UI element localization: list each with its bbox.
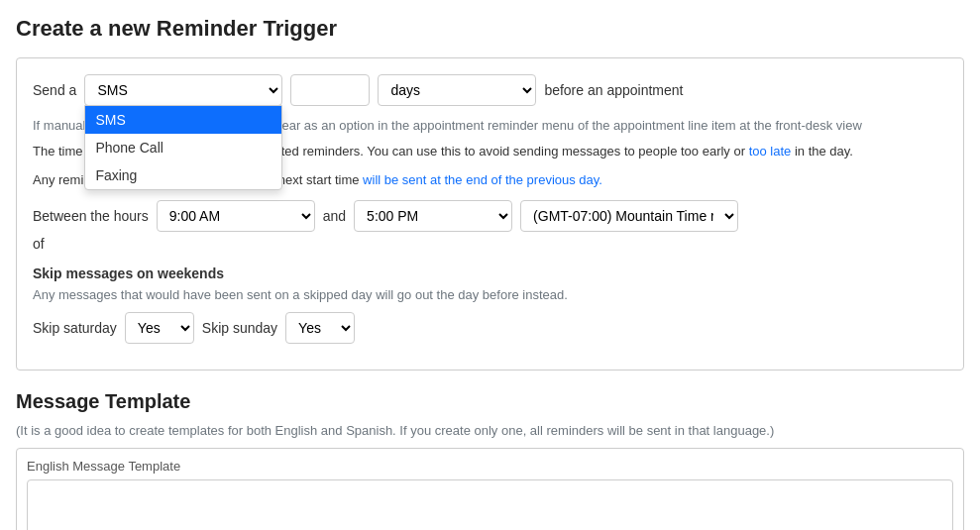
- message-template-section: Message Template (It is a good idea to c…: [16, 390, 964, 530]
- english-template-textarea[interactable]: [27, 479, 953, 530]
- template-note: (It is a good idea to create templates f…: [16, 423, 964, 438]
- sms-option-phonecall[interactable]: Phone Call: [85, 134, 281, 161]
- trigger-section: Send a SMS Phone Call Faxing SMS Phone C…: [16, 57, 964, 371]
- send-row: Send a SMS Phone Call Faxing SMS Phone C…: [33, 74, 947, 106]
- between-label: Between the hours: [33, 208, 149, 224]
- page-title: Create a new Reminder Trigger: [16, 16, 964, 42]
- skip-saturday-select[interactable]: Yes No: [125, 312, 194, 344]
- of-label: of: [33, 236, 947, 252]
- and-label: and: [323, 208, 346, 224]
- days-input[interactable]: [290, 74, 370, 106]
- between-hours-row: Between the hours 9:00 AM 9:30 AM 10:00 …: [33, 200, 947, 232]
- template-box: English Message Template: [16, 448, 964, 530]
- sms-option-sms[interactable]: SMS: [85, 106, 281, 134]
- days-select[interactable]: days weeks hours: [378, 74, 536, 106]
- sms-dropdown-container: SMS Phone Call Faxing SMS Phone Call Fax…: [84, 74, 282, 106]
- skip-weekends-info: Any messages that would have been sent o…: [33, 285, 947, 305]
- skip-sunday-label: Skip sunday: [202, 320, 277, 336]
- sms-dropdown-overlay: SMS Phone Call Faxing: [84, 105, 282, 190]
- skip-weekends-label: Skip messages on weekends: [33, 265, 947, 281]
- send-label: Send a: [33, 82, 76, 98]
- end-time-select[interactable]: 4:30 PM 5:00 PM 5:30 PM: [354, 200, 512, 232]
- sms-select[interactable]: SMS Phone Call Faxing: [84, 74, 282, 106]
- sms-option-faxing[interactable]: Faxing: [85, 161, 281, 189]
- message-template-title: Message Template: [16, 390, 964, 413]
- skip-sunday-select[interactable]: Yes No: [285, 312, 355, 344]
- skip-row: Skip saturday Yes No Skip sunday Yes No: [33, 312, 947, 344]
- skip-saturday-label: Skip saturday: [33, 320, 117, 336]
- english-template-label: English Message Template: [27, 459, 953, 474]
- before-appointment-label: before an appointment: [544, 82, 683, 98]
- timezone-select[interactable]: (GMT-07:00) Mountain Time r (GMT-08:00) …: [520, 200, 738, 232]
- start-time-select[interactable]: 9:00 AM 9:30 AM 10:00 AM: [157, 200, 315, 232]
